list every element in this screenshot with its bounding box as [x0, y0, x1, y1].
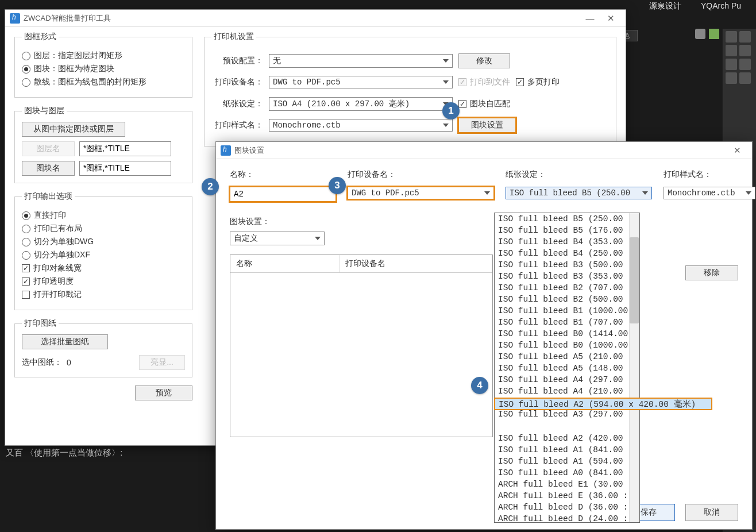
output-group: 打印输出选项 直接打印 打印已有布局 切分为单独DWG 切分为单独DXF 打印对…: [14, 191, 192, 310]
paper-size-option[interactable]: ISO full bleed A4 (297.00: [495, 374, 629, 385]
paper-size-option[interactable]: ISO full bleed B5 (250.00: [495, 213, 629, 225]
paper-size-option[interactable]: ISO full bleed B3 (353.00: [495, 271, 629, 282]
pick-from-drawing-button[interactable]: 从图中指定图块或图层: [22, 122, 125, 137]
tool-icon[interactable]: [726, 31, 737, 43]
radio-layer[interactable]: 图层：指定图层封闭矩形: [22, 51, 185, 61]
paper-size-option[interactable]: ISO full bleed B1 (707.00: [495, 317, 629, 328]
scrollbar[interactable]: [629, 213, 639, 522]
select-sheets-button[interactable]: 选择批量图纸: [22, 334, 108, 349]
radio-existing[interactable]: 打印已有布局: [22, 223, 185, 234]
radio-dwg[interactable]: 切分为单独DWG: [22, 237, 185, 247]
paper-size-option[interactable]: ISO full bleed A1 (594.00: [495, 456, 629, 467]
frame-config-select[interactable]: 自定义: [230, 232, 325, 245]
preset-select[interactable]: 无: [269, 54, 453, 68]
paper-size-option[interactable]: ISO full bleed B2 (500.00: [495, 294, 629, 305]
dlg2-titlebar[interactable]: 图块设置 ✕: [216, 142, 752, 159]
paper-label: 纸张设定：: [211, 99, 263, 109]
paper-select[interactable]: ISO A4 (210.00 x 297.00 毫米): [269, 97, 453, 111]
block-name-button[interactable]: 图块名: [22, 161, 75, 176]
device-value-2: DWG to PDF.pc5: [352, 188, 419, 198]
paper-size-option[interactable]: ISO full bleed B4 (250.00: [495, 248, 629, 259]
radio-icon: [22, 238, 30, 246]
preview-button[interactable]: 预览: [135, 385, 192, 400]
paper-size-option[interactable]: ARCH full bleed D (24.00 :: [495, 513, 629, 523]
paper-size-option[interactable]: ISO full bleed B1 (1000.00: [495, 305, 629, 317]
paper-size-option[interactable]: ISO full bleed A0 (841.00: [495, 467, 629, 479]
check-multi-page[interactable]: 多页打印: [516, 77, 560, 87]
bg-menu-1[interactable]: 源泉设计: [649, 1, 681, 11]
checkbox-icon: [458, 100, 466, 108]
tool-icon[interactable]: [726, 45, 737, 56]
name-input[interactable]: [230, 187, 336, 202]
check-lineweight[interactable]: 打印对象线宽: [22, 263, 185, 273]
bg-ico-a[interactable]: [695, 29, 705, 39]
radio-existing-label: 打印已有布局: [34, 223, 82, 234]
radio-dxf[interactable]: 切分为单独DXF: [22, 250, 185, 260]
check-transparency[interactable]: 打印透明度: [22, 276, 185, 287]
paper-size-option[interactable]: ISO full bleed B3 (500.00: [495, 259, 629, 271]
checkbox-icon: [458, 78, 466, 86]
paper-size-dropdId[interactable]: ISO full bleed B5 (250.00ISO full bleed …: [494, 213, 640, 523]
bg-menu-2[interactable]: YQArch Pu: [701, 1, 741, 10]
dlg1-titlebar[interactable]: ZWCAD智能批量打印工具 — ✕: [5, 10, 626, 27]
remove-button[interactable]: 移除: [685, 265, 738, 280]
modify-button[interactable]: 修改: [458, 53, 510, 68]
tool-icon[interactable]: [739, 59, 751, 70]
dlg2-close-button[interactable]: ✕: [727, 144, 747, 157]
paper-size-option[interactable]: ISO full bleed B5 (176.00: [495, 225, 629, 236]
paper-size-option[interactable]: ISO full bleed A2 (420.00: [495, 433, 629, 444]
cancel-button[interactable]: 取消: [685, 504, 738, 521]
checkbox-icon: [22, 277, 30, 286]
sheet-group: 打印图纸 选择批量图纸 选中图纸： 0 亮显...: [14, 318, 192, 377]
frame-config-value: 自定义: [234, 234, 258, 242]
dlg1-min-button[interactable]: —: [580, 11, 600, 25]
style-select-2[interactable]: Monochrome.ctb: [664, 187, 755, 199]
paper-size-option[interactable]: ISO full bleed A5 (148.00: [495, 363, 629, 374]
paper-size-option[interactable]: ISO full bleed B2 (707.00: [495, 282, 629, 294]
check-to-file-label: 打印到文件: [470, 77, 510, 87]
radio-layer-label: 图层：指定图层封闭矩形: [34, 51, 122, 61]
paper-size-option[interactable]: ARCH full bleed E (36.00 :: [495, 490, 629, 502]
paper-size-option[interactable]: ISO full bleed B0 (1000.00: [495, 340, 629, 351]
output-legend: 打印输出选项: [22, 191, 75, 202]
paper-select-2[interactable]: ISO full bleed B5 (250.00: [506, 187, 652, 199]
tool-icon[interactable]: [726, 72, 737, 84]
paper-size-option[interactable]: ISO full bleed B4 (353.00: [495, 236, 629, 248]
paper-size-option[interactable]: ISO full bleed A3 (297.00: [495, 408, 629, 420]
th-name[interactable]: 名称: [230, 255, 340, 272]
radio-block[interactable]: 图块：图框为特定图块: [22, 64, 185, 74]
paper-size-option[interactable]: ARCH full bleed D (36.00 :: [495, 502, 629, 513]
device-select[interactable]: DWG to PDF.pc5: [269, 76, 453, 88]
tool-icon[interactable]: [726, 59, 737, 70]
layer-name-input[interactable]: [79, 141, 171, 156]
block-name-input[interactable]: [79, 161, 171, 176]
radio-block-label: 图块：图框为特定图块: [34, 64, 114, 74]
scroll-thumb[interactable]: [630, 237, 639, 323]
paper-size-option[interactable]: ISO full bleed B0 (1414.00: [495, 328, 629, 340]
block-settings-button[interactable]: 图块设置: [458, 118, 516, 133]
radio-direct[interactable]: 直接打印: [22, 210, 185, 221]
block-layer-legend: 图块与图层: [22, 106, 67, 116]
tool-icon[interactable]: [739, 45, 751, 56]
dlg1-close-button[interactable]: ✕: [600, 11, 621, 25]
bg-ico-b[interactable]: [709, 29, 719, 39]
sheet-legend: 打印图纸: [22, 318, 59, 329]
paper-size-option[interactable]: ISO full bleed A4 (210.00: [495, 385, 629, 397]
check-stamp[interactable]: 打开打印戳记: [22, 290, 185, 300]
radio-polyline[interactable]: 散线：图框为线包围的封闭矩形: [22, 77, 185, 87]
selected-count-label: 选中图纸：: [22, 357, 62, 368]
check-transparency-label: 打印透明度: [33, 276, 74, 287]
device-select-2[interactable]: DWG to PDF.pc5: [348, 187, 494, 199]
paper-size-option-selected[interactable]: ISO full bleed A2 (594.00 x 420.00 毫米): [495, 399, 711, 410]
check-block-automatch[interactable]: 图块自匹配: [458, 99, 510, 109]
check-stamp-label: 打开打印戳记: [33, 290, 82, 300]
paper-size-option[interactable]: ISO full bleed A5 (210.00: [495, 351, 629, 363]
tool-icon[interactable]: [739, 31, 751, 43]
tool-icon[interactable]: [739, 72, 751, 84]
frame-form-legend: 图框形式: [22, 32, 59, 42]
paper-size-option[interactable]: ISO full bleed A1 (841.00: [495, 444, 629, 456]
style-select[interactable]: Monochrome.ctb: [269, 119, 453, 132]
th-device[interactable]: 打印设备名: [340, 255, 492, 272]
paper-size-option[interactable]: ARCH full bleed E1 (30.00: [495, 479, 629, 490]
device-label: 打印设备名：: [211, 77, 263, 87]
